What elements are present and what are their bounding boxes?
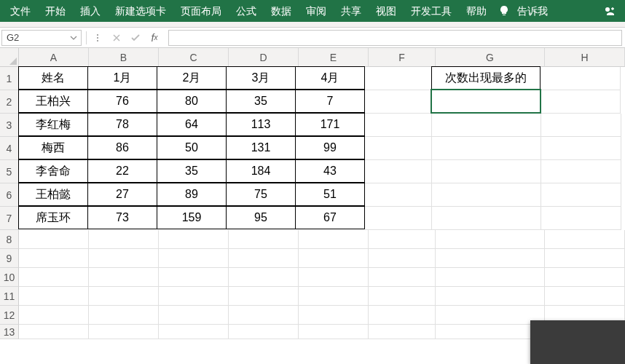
cell-E4[interactable]: 99 [295, 136, 365, 159]
cell-F13[interactable] [369, 325, 436, 339]
cell-E11[interactable] [299, 287, 369, 306]
cell-C5[interactable]: 35 [157, 159, 227, 183]
cell-G11[interactable] [436, 287, 545, 306]
ribbon-tab-newtab[interactable]: 新建选项卡 [108, 0, 173, 22]
cell-A10[interactable] [19, 268, 89, 287]
row-header-13[interactable]: 13 [0, 325, 19, 339]
row-header-1[interactable]: 1 [0, 67, 19, 90]
cell-A4[interactable]: 梅西 [18, 136, 88, 159]
cell-C11[interactable] [159, 287, 229, 306]
cell-D4[interactable]: 131 [226, 136, 296, 159]
cell-H11[interactable] [545, 287, 625, 306]
ribbon-tab-share[interactable]: 共享 [334, 0, 369, 22]
cell-D7[interactable]: 95 [226, 206, 296, 229]
tell-me[interactable]: 告诉我 [510, 0, 555, 22]
row-header-12[interactable]: 12 [0, 306, 19, 325]
cell-C13[interactable] [159, 325, 229, 339]
cell-A5[interactable]: 李舍命 [18, 159, 88, 183]
cell-B4[interactable]: 86 [87, 136, 157, 159]
cell-E13[interactable] [299, 325, 369, 339]
cell-D8[interactable] [229, 230, 299, 249]
row-header-5[interactable]: 5 [0, 160, 19, 183]
cell-D12[interactable] [229, 306, 299, 325]
cell-D6[interactable]: 75 [226, 183, 296, 206]
cell-G5[interactable] [432, 160, 541, 183]
cell-F4[interactable] [365, 137, 432, 160]
cell-E2[interactable]: 7 [295, 90, 365, 113]
cell-G10[interactable] [436, 268, 545, 287]
cell-B5[interactable]: 22 [87, 159, 157, 183]
cell-H9[interactable] [545, 249, 625, 268]
fx-icon[interactable]: fx [145, 30, 164, 46]
cell-H10[interactable] [545, 268, 625, 287]
cell-A12[interactable] [19, 306, 89, 325]
cell-G3[interactable] [432, 114, 541, 137]
cell-G6[interactable] [432, 183, 541, 207]
ribbon-tab-data[interactable]: 数据 [264, 0, 299, 22]
col-header-G[interactable]: G [436, 48, 545, 67]
cell-E5[interactable]: 43 [295, 159, 365, 183]
row-header-2[interactable]: 2 [0, 90, 19, 114]
chevron-down-icon[interactable] [68, 33, 79, 43]
cell-A2[interactable]: 王柏兴 [18, 90, 88, 113]
cell-F2[interactable] [365, 90, 432, 114]
ribbon-tab-layout[interactable]: 页面布局 [173, 0, 229, 22]
check-icon[interactable] [126, 30, 145, 46]
lightbulb-icon[interactable] [498, 5, 510, 17]
cell-D13[interactable] [229, 325, 299, 339]
row-header-6[interactable]: 6 [0, 183, 19, 207]
cell-A7[interactable]: 席玉环 [18, 206, 88, 229]
cell-G2[interactable] [431, 90, 541, 113]
cell-H8[interactable] [545, 230, 625, 249]
dots-icon[interactable] [88, 30, 107, 46]
cell-E12[interactable] [299, 306, 369, 325]
cell-H3[interactable] [541, 114, 621, 137]
ribbon-tab-formulas[interactable]: 公式 [229, 0, 264, 22]
cell-B3[interactable]: 78 [87, 113, 157, 136]
row-header-9[interactable]: 9 [0, 249, 19, 268]
cell-D1[interactable]: 3月 [226, 66, 296, 90]
name-box[interactable]: G2 [1, 30, 82, 46]
ribbon-tab-view[interactable]: 视图 [369, 0, 404, 22]
cell-C9[interactable] [159, 249, 229, 268]
row-header-11[interactable]: 11 [0, 287, 19, 306]
cell-B13[interactable] [89, 325, 159, 339]
cell-G4[interactable] [432, 137, 541, 160]
cell-F3[interactable] [365, 114, 432, 137]
cell-F6[interactable] [365, 183, 432, 207]
cell-B6[interactable]: 27 [87, 183, 157, 206]
cell-C6[interactable]: 89 [157, 183, 227, 206]
cell-B12[interactable] [89, 306, 159, 325]
cell-D5[interactable]: 184 [226, 159, 296, 183]
row-header-8[interactable]: 8 [0, 230, 19, 249]
cell-C4[interactable]: 50 [157, 136, 227, 159]
col-header-F[interactable]: F [369, 48, 436, 67]
cell-G7[interactable] [432, 207, 541, 230]
cell-B10[interactable] [89, 268, 159, 287]
cell-B1[interactable]: 1月 [87, 66, 157, 90]
ribbon-tab-insert[interactable]: 插入 [73, 0, 108, 22]
cell-E1[interactable]: 4月 [295, 66, 365, 90]
row-header-10[interactable]: 10 [0, 268, 19, 287]
cell-D11[interactable] [229, 287, 299, 306]
cell-F5[interactable] [365, 160, 432, 183]
cell-B2[interactable]: 76 [87, 90, 157, 113]
cell-F9[interactable] [369, 249, 436, 268]
cell-A11[interactable] [19, 287, 89, 306]
cell-E10[interactable] [299, 268, 369, 287]
cell-G1[interactable]: 次数出现最多的 [431, 66, 541, 90]
col-header-D[interactable]: D [229, 48, 299, 67]
cell-H1[interactable] [541, 67, 621, 90]
cell-H2[interactable] [541, 90, 621, 114]
cell-C7[interactable]: 159 [157, 206, 227, 229]
cell-A13[interactable] [19, 325, 89, 339]
cell-F10[interactable] [369, 268, 436, 287]
cell-H5[interactable] [541, 160, 621, 183]
grid[interactable]: 姓名1月2月3月4月次数出现最多的王柏兴7680357李红梅7864113171… [19, 67, 625, 339]
cell-E3[interactable]: 171 [295, 113, 365, 136]
cell-G12[interactable] [436, 306, 545, 325]
cell-H7[interactable] [541, 207, 621, 230]
cell-B8[interactable] [89, 230, 159, 249]
cell-H6[interactable] [541, 183, 621, 207]
cell-A3[interactable]: 李红梅 [18, 113, 88, 136]
